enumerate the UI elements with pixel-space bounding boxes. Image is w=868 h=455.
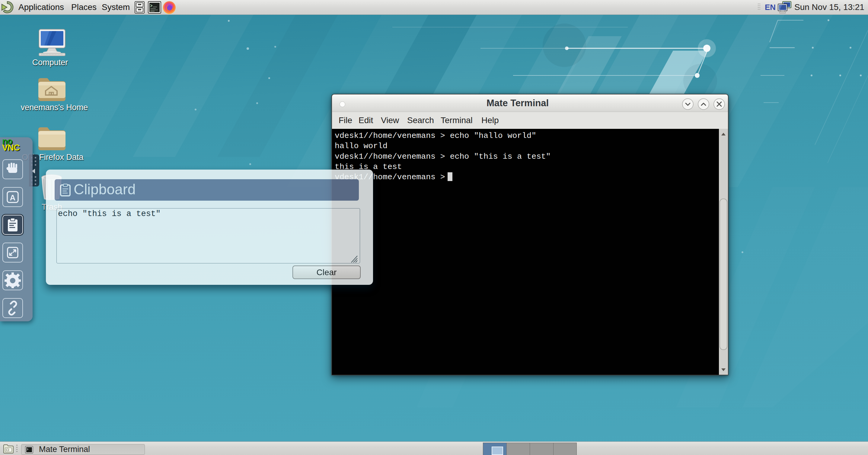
svg-text:A: A [10,193,16,202]
